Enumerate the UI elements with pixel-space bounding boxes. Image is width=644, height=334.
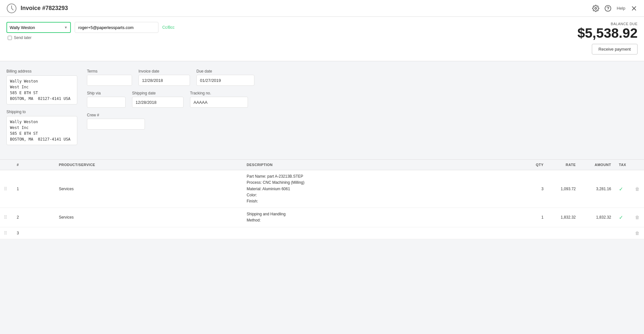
ship-via-input[interactable] [87, 97, 126, 108]
th-qty: QTY [522, 160, 547, 170]
description-cell[interactable]: Part Name: part A-23213B.STEP Process: C… [243, 170, 522, 208]
th-tax: TAX [615, 160, 631, 170]
rate-cell[interactable]: 1,093.72 [547, 170, 580, 208]
product-cell[interactable] [55, 227, 243, 239]
product-cell[interactable]: Services [55, 208, 243, 227]
form-row-2: Ship via Shipping date Tracking no. [87, 91, 638, 108]
shipping-to-label: Shipping to [6, 110, 77, 114]
ship-via-field-group: Ship via [87, 91, 126, 108]
svg-point-1 [595, 7, 597, 9]
help-label[interactable]: Help [617, 6, 625, 11]
customer-select[interactable]: ▼ [6, 22, 71, 33]
delete-cell[interactable]: 🗑 [631, 227, 644, 239]
balance-area: BALANCE DUE $5,538.92 Receive payment [577, 22, 638, 54]
invoice-table: # PRODUCT/SERVICE DESCRIPTION QTY RATE A… [0, 159, 644, 239]
form-row-3: Crew # [87, 113, 638, 130]
delete-cell[interactable]: 🗑 [631, 170, 644, 208]
shipping-to-textarea[interactable]: Wally Weston West Inc 585 E 8TH ST BOSTO… [6, 116, 77, 145]
due-date-field-group: Due date [196, 69, 254, 86]
th-drag [0, 160, 13, 170]
th-product: PRODUCT/SERVICE [55, 160, 243, 170]
shipping-date-label: Shipping date [132, 91, 184, 95]
terms-input[interactable] [87, 75, 132, 85]
qty-cell[interactable]: 3 [522, 170, 547, 208]
terms-label: Terms [87, 69, 132, 74]
crew-label: Crew # [87, 113, 145, 117]
shipping-date-input[interactable] [132, 97, 184, 108]
drag-handle-icon[interactable]: ⠿ [4, 186, 7, 192]
table-row: ⠿ 2 Services Shipping and Handling Metho… [0, 208, 644, 227]
row-num-cell: 1 [13, 170, 55, 208]
row-num-cell: 2 [13, 208, 55, 227]
due-date-input[interactable] [196, 75, 254, 86]
th-actions [631, 160, 644, 170]
email-input[interactable] [75, 22, 158, 33]
billing-section: Billing address Wally Weston West Inc 58… [6, 69, 77, 145]
clock-icon [6, 3, 17, 14]
help-icon[interactable] [604, 5, 611, 12]
send-later-row: Send later [8, 35, 175, 40]
table-section: # PRODUCT/SERVICE DESCRIPTION QTY RATE A… [0, 159, 644, 239]
rate-cell[interactable] [547, 227, 580, 239]
tax-check-icon[interactable]: ✓ [619, 215, 623, 220]
shipping-date-field-group: Shipping date [132, 91, 184, 108]
drag-handle-icon[interactable]: ⠿ [4, 215, 7, 220]
delete-cell[interactable]: 🗑 [631, 208, 644, 227]
top-form-left: ▼ Cc/Bcc Send later [6, 22, 175, 40]
delete-row-icon[interactable]: 🗑 [635, 186, 639, 192]
rate-cell[interactable]: 1,832.32 [547, 208, 580, 227]
drag-handle-cell: ⠿ [0, 170, 13, 208]
invoice-date-field-group: Invoice date [138, 69, 190, 86]
terms-input-wrapper[interactable]: ▼ [87, 75, 132, 86]
header: Invoice #7823293 Help [0, 0, 644, 17]
form-fields: Billing address Wally Weston West Inc 58… [0, 61, 644, 159]
description-cell[interactable]: Shipping and Handling Method: [243, 208, 522, 227]
invoice-date-input[interactable] [138, 75, 190, 86]
qty-cell[interactable]: 1 [522, 208, 547, 227]
description-cell[interactable] [243, 227, 522, 239]
th-amount: AMOUNT [580, 160, 615, 170]
product-cell[interactable]: Services [55, 170, 243, 208]
due-date-label: Due date [196, 69, 254, 74]
terms-field-group: Terms ▼ [87, 69, 132, 86]
delete-row-icon[interactable]: 🗑 [635, 231, 639, 236]
tax-check-icon[interactable]: ✓ [619, 186, 623, 192]
tax-cell[interactable]: ✓ [615, 208, 631, 227]
receive-payment-button[interactable]: Receive payment [592, 44, 638, 54]
send-later-checkbox[interactable] [8, 36, 12, 40]
crew-field-group: Crew # [87, 113, 145, 130]
header-left: Invoice #7823293 [6, 3, 68, 14]
customer-input[interactable] [10, 25, 64, 30]
drag-handle-cell: ⠿ [0, 227, 13, 239]
crew-input[interactable] [87, 119, 145, 130]
tracking-no-label: Tracking no. [190, 91, 248, 95]
th-description: DESCRIPTION [243, 160, 522, 170]
gear-icon[interactable] [592, 5, 599, 12]
drag-handle-cell: ⠿ [0, 208, 13, 227]
tax-cell[interactable] [615, 227, 631, 239]
billing-address-block: Billing address Wally Weston West Inc 58… [6, 69, 77, 104]
amount-cell[interactable] [580, 227, 615, 239]
amount-cell[interactable]: 3,281.16 [580, 170, 615, 208]
cc-bcc-link[interactable]: Cc/Bcc [162, 25, 175, 30]
top-form: ▼ Cc/Bcc Send later BALANCE DUE $5,538.9… [0, 17, 644, 61]
row-num-cell: 3 [13, 227, 55, 239]
qty-cell[interactable] [522, 227, 547, 239]
customer-dropdown-arrow[interactable]: ▼ [64, 25, 68, 29]
tax-cell[interactable]: ✓ [615, 170, 631, 208]
amount-cell[interactable]: 1,832.32 [580, 208, 615, 227]
top-form-inputs: ▼ Cc/Bcc [6, 22, 175, 33]
balance-due-amount: $5,538.92 [577, 26, 638, 41]
drag-handle-icon[interactable]: ⠿ [4, 231, 7, 236]
th-rate: RATE [547, 160, 580, 170]
page-title: Invoice #7823293 [21, 5, 68, 12]
billing-address-textarea[interactable]: Wally Weston West Inc 585 E 8TH ST BOSTO… [6, 75, 77, 104]
billing-address-label: Billing address [6, 69, 77, 74]
tracking-no-input[interactable] [190, 97, 248, 108]
delete-row-icon[interactable]: 🗑 [635, 215, 639, 220]
send-later-label[interactable]: Send later [14, 35, 32, 40]
invoice-date-label: Invoice date [138, 69, 190, 74]
form-row-1: Terms ▼ Invoice date Due date [87, 69, 638, 86]
ship-via-label: Ship via [87, 91, 126, 95]
close-icon[interactable] [630, 5, 638, 12]
